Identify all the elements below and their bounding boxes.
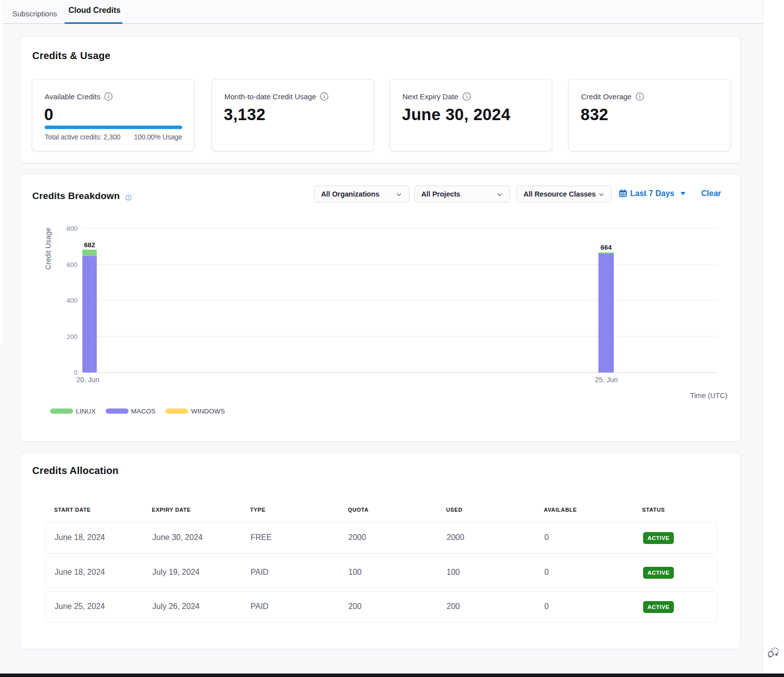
- svg-text:MACOS: MACOS: [131, 407, 156, 415]
- svg-text:Credit Usage: Credit Usage: [44, 228, 52, 270]
- svg-text:664: 664: [600, 244, 612, 251]
- svg-text:800: 800: [66, 225, 77, 232]
- svg-text:25. Jun: 25. Jun: [595, 376, 618, 384]
- svg-text:200: 200: [66, 333, 77, 340]
- svg-text:400: 400: [66, 297, 77, 304]
- svg-text:LINUX: LINUX: [76, 407, 96, 415]
- svg-text:20. Jun: 20. Jun: [76, 376, 99, 384]
- svg-text:0: 0: [74, 369, 77, 376]
- svg-text:600: 600: [66, 261, 77, 269]
- svg-text:682: 682: [84, 241, 95, 249]
- svg-text:WINDOWS: WINDOWS: [191, 407, 225, 415]
- svg-text:Time (UTC): Time (UTC): [690, 392, 727, 400]
